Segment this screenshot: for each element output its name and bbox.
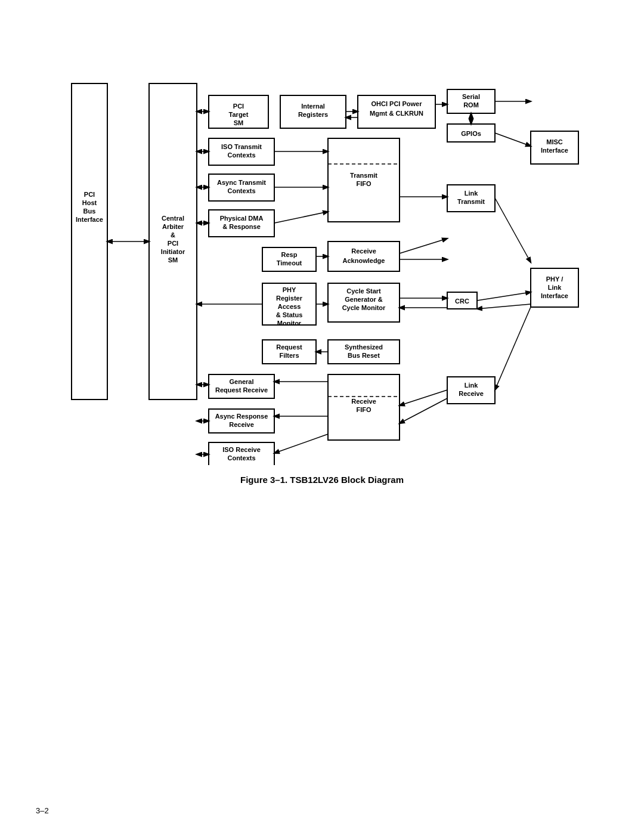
svg-text:Bus Reset: Bus Reset [348,352,380,359]
svg-text:CRC: CRC [455,298,469,305]
svg-text:Host: Host [82,199,97,206]
svg-text:Link: Link [465,382,478,389]
svg-text:Transmit: Transmit [350,172,377,179]
svg-text:General: General [230,378,254,385]
svg-line-96 [495,133,531,146]
svg-text:Receive: Receive [459,390,484,397]
svg-text:Timeout: Timeout [277,259,302,267]
svg-text:Async Response: Async Response [215,413,268,420]
svg-text:PHY /: PHY / [546,275,564,283]
page-number: 3–2 [36,806,49,815]
svg-line-107 [400,239,447,253]
svg-text:& Status: & Status [276,311,303,318]
svg-text:Contexts: Contexts [227,151,255,159]
svg-text:Request: Request [276,343,302,351]
svg-text:Filters: Filters [279,352,299,359]
svg-text:Cycle Monitor: Cycle Monitor [342,304,386,311]
figure-caption: Figure 3–1. TSB12LV26 Block Diagram [36,475,608,485]
svg-text:Physical DMA: Physical DMA [220,215,264,222]
svg-text:PCI: PCI [168,240,178,247]
page: PCI Host Bus Interface Central Arbiter &… [0,0,644,833]
svg-text:Central: Central [162,215,184,222]
svg-text:Access: Access [278,303,301,310]
svg-line-105 [495,198,531,262]
svg-text:Cycle Start: Cycle Start [346,287,381,295]
svg-text:ROM: ROM [463,101,479,109]
svg-text:Transmit: Transmit [457,198,485,205]
svg-text:FIFO: FIFO [356,180,371,187]
svg-text:PHY: PHY [283,286,296,293]
svg-rect-53 [328,241,400,271]
svg-text:Arbiter: Arbiter [162,223,184,230]
svg-text:Receive: Receive [351,398,376,405]
svg-text:PCI: PCI [84,191,95,198]
svg-text:Link: Link [548,284,562,291]
svg-text:Target: Target [229,111,249,118]
svg-line-118 [400,390,447,405]
svg-line-103 [274,212,328,223]
svg-text:Receive: Receive [229,421,254,428]
svg-rect-0 [72,83,107,400]
svg-line-112 [477,292,531,301]
svg-text:SM: SM [168,256,178,264]
svg-text:GPIOs: GPIOs [461,130,481,137]
svg-text:Synthesized: Synthesized [345,343,383,351]
svg-line-123 [274,434,328,453]
diagram-container: PCI Host Bus Interface Central Arbiter &… [54,36,590,467]
svg-text:ISO Receive: ISO Receive [222,446,261,453]
svg-line-113 [477,304,531,309]
svg-text:SM: SM [234,119,244,126]
svg-line-124 [495,307,531,390]
svg-text:Interface: Interface [541,292,568,299]
svg-text:Interface: Interface [76,216,103,223]
svg-text:FIFO: FIFO [356,406,371,413]
svg-text:Registers: Registers [298,111,328,118]
svg-text:& Response: & Response [222,223,261,230]
svg-text:Register: Register [276,295,303,302]
svg-text:Bus: Bus [83,208,96,215]
svg-text:Contexts: Contexts [227,187,255,194]
svg-text:Mgmt & CLKRUN: Mgmt & CLKRUN [370,110,423,117]
svg-text:Internal: Internal [301,103,325,110]
svg-text:Link: Link [465,190,478,197]
svg-text:OHCI PCI Power: OHCI PCI Power [371,100,423,107]
svg-text:ISO Transmit: ISO Transmit [221,143,262,150]
svg-text:Resp: Resp [281,251,298,258]
block-diagram-svg: PCI Host Bus Interface Central Arbiter &… [54,36,590,465]
svg-text:Request Receive: Request Receive [215,386,268,394]
svg-line-119 [400,398,447,423]
svg-text:Monitor: Monitor [277,320,302,327]
svg-text:Generator &: Generator & [345,296,383,303]
svg-text:Serial: Serial [462,93,480,100]
svg-text:Receive: Receive [351,247,376,255]
svg-text:Interface: Interface [541,147,568,154]
svg-text:Acknowledge: Acknowledge [343,257,385,264]
svg-text:PCI: PCI [233,103,244,110]
svg-text:MISC: MISC [546,138,563,145]
svg-text:Async Transmit: Async Transmit [217,179,266,186]
svg-text:&: & [171,231,175,239]
svg-text:Initiator: Initiator [161,248,185,255]
svg-text:Contexts: Contexts [227,454,255,462]
